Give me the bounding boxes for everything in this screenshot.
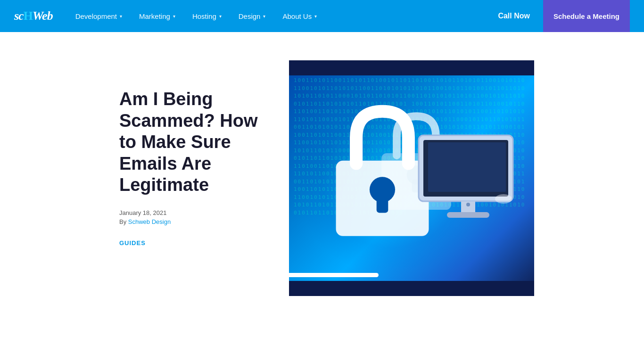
chevron-down-icon: ▾ (263, 14, 265, 19)
nav-item-about-us[interactable]: About Us ▾ (274, 0, 325, 32)
hero-tag: GUIDES (119, 239, 146, 247)
hero-byline: By Schweb Design (119, 218, 270, 225)
chevron-down-icon: ▾ (219, 14, 222, 19)
chevron-down-icon: ▾ (120, 14, 122, 19)
call-now-button[interactable]: Call Now (485, 0, 543, 32)
nav-actions: Call Now Schedule a Meeting (485, 0, 630, 32)
svg-rect-10 (428, 142, 506, 192)
nav-item-hosting[interactable]: Hosting ▾ (184, 0, 230, 32)
hero-inner: Am I Being Scammed? How to Make Sure Ema… (110, 60, 534, 296)
nav-item-development[interactable]: Development ▾ (67, 0, 131, 32)
svg-rect-2 (376, 196, 388, 213)
hero-date: January 18, 2021 (119, 209, 270, 216)
chevron-down-icon: ▾ (173, 14, 175, 19)
nav-item-design[interactable]: Design ▾ (230, 0, 274, 32)
schedule-meeting-button[interactable]: Schedule a Meeting (543, 0, 630, 32)
chevron-down-icon: ▾ (314, 14, 317, 19)
hero-section: Am I Being Scammed? How to Make Sure Ema… (0, 32, 644, 324)
svg-point-11 (495, 194, 512, 204)
monitor-icon (416, 133, 520, 227)
hero-title: Am I Being Scammed? How to Make Sure Ema… (119, 89, 270, 196)
nav-links: Development ▾ Marketing ▾ Hosting ▾ Desi… (67, 0, 485, 32)
svg-rect-9 (447, 212, 489, 218)
hero-image-panel: 1001101011001101011010010110110100110101… (289, 60, 534, 296)
hero-author-link[interactable]: Schweb Design (128, 218, 171, 225)
site-logo[interactable]: scHWeb (14, 9, 53, 23)
nav-item-marketing[interactable]: Marketing ▾ (131, 0, 184, 32)
navbar: scHWeb Development ▾ Marketing ▾ Hosting… (0, 0, 644, 32)
hero-text-panel: Am I Being Scammed? How to Make Sure Ema… (110, 60, 289, 296)
white-stripe-accent (289, 273, 379, 277)
svg-point-12 (466, 203, 470, 206)
